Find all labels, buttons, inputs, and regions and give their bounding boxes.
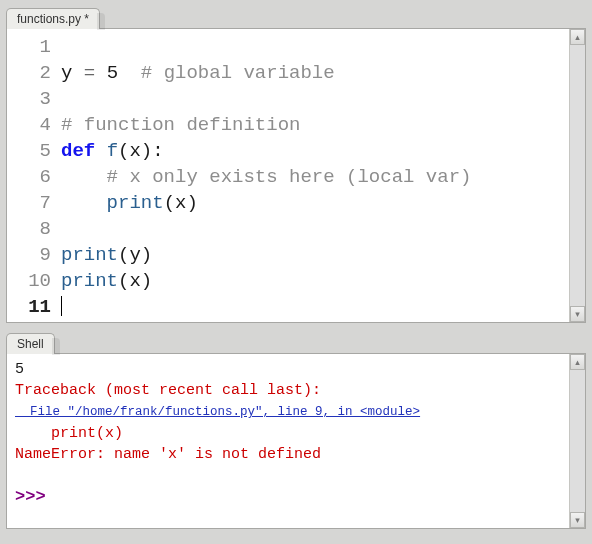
code-line: def f(x): [61, 138, 569, 164]
code-token [61, 166, 107, 188]
cursor [61, 296, 62, 316]
code-token [72, 62, 83, 84]
gutter-line-number: 2 [7, 60, 61, 86]
code-line [61, 34, 569, 60]
shell-traceback-error: NameError: name 'x' is not defined [15, 446, 321, 463]
code-line [61, 294, 569, 320]
editor-tabs: functions.py * [6, 4, 586, 28]
shell-traceback-header: Traceback (most recent call last): [15, 382, 321, 399]
code-line [61, 86, 569, 112]
code-token: ) [186, 192, 197, 214]
scroll-up-icon[interactable]: ▴ [570, 354, 585, 370]
editor-tab-functions[interactable]: functions.py * [6, 8, 100, 29]
code-token [118, 62, 141, 84]
editor-tab-label: functions.py * [17, 12, 89, 26]
code-token: x [129, 140, 140, 162]
shell-tab[interactable]: Shell [6, 333, 55, 354]
code-token: y [61, 62, 72, 84]
code-line: print(y) [61, 242, 569, 268]
scroll-up-icon[interactable]: ▴ [570, 29, 585, 45]
code-token: ) [141, 244, 152, 266]
code-token [95, 62, 106, 84]
code-token: 5 [107, 62, 118, 84]
code-token: # x only exists here (local var) [107, 166, 472, 188]
code-token: ( [118, 270, 129, 292]
scroll-down-icon[interactable]: ▾ [570, 512, 585, 528]
gutter-line-number: 4 [7, 112, 61, 138]
code-token [95, 140, 106, 162]
shell-traceback-file-link[interactable]: File "/home/frank/functions.py", line 9,… [15, 405, 420, 419]
gutter-line-number: 11 [7, 294, 61, 320]
code-line: y = 5 # global variable [61, 60, 569, 86]
code-token: ) [141, 270, 152, 292]
gutter-line-number: 1 [7, 34, 61, 60]
code-token: print [61, 244, 118, 266]
editor-gutter: 1234567891011 [7, 29, 61, 322]
code-token: ) [141, 140, 152, 162]
gutter-line-number: 8 [7, 216, 61, 242]
code-line [61, 216, 569, 242]
shell-panel: Shell 5 Traceback (most recent call last… [0, 329, 592, 535]
editor-panel: functions.py * 1234567891011 y = 5 # glo… [0, 0, 592, 329]
gutter-line-number: 6 [7, 164, 61, 190]
editor-scrollbar[interactable]: ▴ ▾ [569, 29, 585, 322]
code-token: # global variable [141, 62, 335, 84]
tab-shadow [52, 338, 60, 355]
shell-output-area[interactable]: 5 Traceback (most recent call last): Fil… [7, 354, 569, 528]
shell-tabs: Shell [6, 329, 586, 353]
scroll-track[interactable] [570, 45, 585, 306]
code-token: x [129, 270, 140, 292]
code-token: y [129, 244, 140, 266]
shell-traceback-code: print(x) [15, 425, 123, 442]
code-line: # x only exists here (local var) [61, 164, 569, 190]
editor-code-area[interactable]: y = 5 # global variable # function defin… [61, 29, 569, 322]
shell-scrollbar[interactable]: ▴ ▾ [569, 354, 585, 528]
code-token: : [152, 140, 163, 162]
code-token [61, 192, 107, 214]
code-line: # function definition [61, 112, 569, 138]
scroll-track[interactable] [570, 370, 585, 512]
code-token: ( [164, 192, 175, 214]
editor-frame: 1234567891011 y = 5 # global variable # … [6, 28, 586, 323]
scroll-down-icon[interactable]: ▾ [570, 306, 585, 322]
code-token: f [107, 140, 118, 162]
code-line: print(x) [61, 190, 569, 216]
code-token: def [61, 140, 95, 162]
shell-output-value: 5 [15, 361, 24, 378]
code-token: ( [118, 140, 129, 162]
gutter-line-number: 10 [7, 268, 61, 294]
code-line: print(x) [61, 268, 569, 294]
code-token: print [107, 192, 164, 214]
code-token: print [61, 270, 118, 292]
shell-frame: 5 Traceback (most recent call last): Fil… [6, 353, 586, 529]
gutter-line-number: 3 [7, 86, 61, 112]
code-token: ( [118, 244, 129, 266]
code-token: = [84, 62, 95, 84]
code-token: x [175, 192, 186, 214]
tab-shadow [97, 13, 105, 30]
code-token: # function definition [61, 114, 300, 136]
gutter-line-number: 5 [7, 138, 61, 164]
shell-tab-label: Shell [17, 337, 44, 351]
shell-prompt: >>> [15, 487, 46, 506]
gutter-line-number: 9 [7, 242, 61, 268]
gutter-line-number: 7 [7, 190, 61, 216]
